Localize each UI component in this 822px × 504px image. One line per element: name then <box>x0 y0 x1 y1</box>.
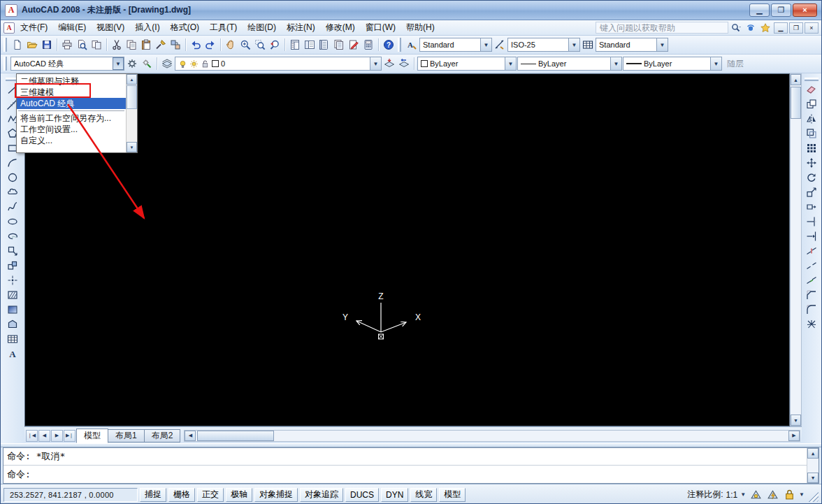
first-tab-icon[interactable]: ❘◀ <box>26 430 38 442</box>
revision-cloud-icon[interactable] <box>6 185 20 199</box>
vertical-scroll-track[interactable] <box>791 85 801 415</box>
table-style-manager-icon[interactable] <box>581 38 595 52</box>
save-icon[interactable] <box>40 38 54 52</box>
horizontal-scroll-track[interactable] <box>196 431 788 441</box>
toggle-otrack[interactable]: 对象追踪 <box>300 488 343 502</box>
maximize-button[interactable]: ❐ <box>771 3 791 17</box>
menu-window[interactable]: 窗口(W) <box>361 20 401 35</box>
erase-icon[interactable] <box>805 82 819 96</box>
toggle-grid[interactable]: 栅格 <box>168 488 195 502</box>
resize-grip[interactable] <box>809 492 819 502</box>
toggle-osnap[interactable]: 对象捕捉 <box>254 488 298 502</box>
communication-center-icon[interactable] <box>744 22 758 34</box>
trim-icon[interactable] <box>805 215 819 229</box>
dim-style-combo[interactable]: ISO-25 ▼ <box>507 38 580 52</box>
chamfer-icon[interactable] <box>805 288 819 302</box>
coordinates-display[interactable]: 253.2527, 841.2187 , 0.0000 <box>3 488 138 502</box>
vertical-scroll-thumb[interactable] <box>791 87 801 119</box>
properties-icon[interactable] <box>288 38 302 52</box>
menu-dimension[interactable]: 标注(N) <box>282 20 320 35</box>
mirror-icon[interactable] <box>805 112 819 126</box>
workspace-toolbar-grip[interactable] <box>3 57 7 71</box>
scroll-down-arrow[interactable]: ▼ <box>791 415 801 426</box>
toggle-polar[interactable]: 极轴 <box>226 488 252 502</box>
favorites-star-icon[interactable] <box>758 22 772 34</box>
dropdown-item-workspace-settings[interactable]: 工作空间设置... <box>17 124 126 135</box>
command-prompt-line[interactable]: 命令: <box>3 466 819 483</box>
minimize-button[interactable]: ▁ <box>749 3 770 17</box>
last-tab-icon[interactable]: ▶❘ <box>64 430 75 442</box>
join-icon[interactable] <box>805 273 819 287</box>
arc-icon[interactable] <box>6 156 20 170</box>
text-style-manager-icon[interactable]: A <box>405 38 419 52</box>
dropdown-scroll-thumb[interactable] <box>127 85 137 109</box>
color-combo[interactable]: ByLayer ▼ <box>417 57 517 71</box>
menu-tools[interactable]: 工具(T) <box>205 20 242 35</box>
dropdown-item-save-workspace-as[interactable]: 将当前工作空间另存为... <box>17 113 126 124</box>
prev-tab-icon[interactable]: ◀ <box>38 430 50 442</box>
next-tab-icon[interactable]: ▶ <box>51 430 63 442</box>
toolbar-grip[interactable] <box>3 38 7 52</box>
design-center-icon[interactable] <box>303 38 317 52</box>
table-icon[interactable] <box>6 332 20 346</box>
plot-preview-icon[interactable] <box>75 38 89 52</box>
plot-icon[interactable] <box>60 38 74 52</box>
copy-object-icon[interactable] <box>805 97 819 111</box>
modify-toolbar-grip[interactable] <box>805 78 819 81</box>
title-bar[interactable]: A AutoCAD 2008 - 未注册版 - [Drawing1.dwg] ▁… <box>1 1 821 20</box>
menu-edit[interactable]: 编辑(E) <box>53 20 91 35</box>
tab-layout2[interactable]: 布局2 <box>144 429 181 442</box>
make-block-icon[interactable] <box>6 259 20 273</box>
layer-freeze-sun-icon[interactable] <box>189 59 199 69</box>
menu-modify[interactable]: 修改(M) <box>321 20 360 35</box>
redo-icon[interactable] <box>203 38 217 52</box>
text-style-combo-arrow[interactable]: ▼ <box>480 38 491 51</box>
workspace-settings-icon[interactable] <box>125 57 139 71</box>
multiline-text-icon[interactable] <box>6 347 20 361</box>
vertical-scrollbar[interactable]: ▲ ▼ <box>790 73 802 426</box>
text-style-combo[interactable]: Standard ▼ <box>419 38 492 52</box>
block-editor-icon[interactable] <box>168 38 182 52</box>
linetype-combo[interactable]: ByLayer ▼ <box>517 57 622 71</box>
rotate-icon[interactable] <box>805 171 819 185</box>
my-workspace-icon[interactable] <box>140 57 154 71</box>
explode-icon[interactable] <box>805 317 819 331</box>
menu-help[interactable]: 帮助(H) <box>401 20 440 35</box>
zoom-realtime-icon[interactable] <box>238 38 252 52</box>
scale-icon[interactable] <box>805 185 819 199</box>
command-scrollbar[interactable]: ▲ ▼ <box>807 448 819 483</box>
horizontal-scrollbar[interactable]: ◀ ▶ <box>184 430 800 442</box>
menu-file[interactable]: 文件(F) <box>15 20 52 35</box>
spline-icon[interactable] <box>6 200 20 214</box>
scroll-up-arrow[interactable]: ▲ <box>791 74 801 85</box>
menu-format[interactable]: 格式(O) <box>166 20 204 35</box>
break-icon[interactable] <box>805 259 819 273</box>
toggle-ortho[interactable]: 正交 <box>197 488 224 502</box>
publish-icon[interactable] <box>89 38 103 52</box>
workspace-combo-arrow[interactable]: ▼ <box>113 57 124 70</box>
layer-combo-arrow[interactable]: ▼ <box>370 57 381 70</box>
layer-properties-manager-icon[interactable] <box>160 57 174 71</box>
toggle-model-paper[interactable]: 模型 <box>439 488 466 502</box>
toggle-lineweight[interactable]: 线宽 <box>410 488 437 502</box>
array-icon[interactable] <box>805 141 819 155</box>
menu-insert[interactable]: 插入(I) <box>130 20 164 35</box>
child-minimize-button[interactable]: ▁ <box>774 22 788 34</box>
make-object-layer-current-icon[interactable] <box>382 57 396 71</box>
match-properties-icon[interactable] <box>154 38 168 52</box>
stretch-icon[interactable] <box>805 200 819 214</box>
pan-icon[interactable] <box>224 38 238 52</box>
dropdown-item-autocad-classic[interactable]: AutoCAD 经典 <box>17 98 126 109</box>
dropdown-scroll-down-arrow[interactable]: ▼ <box>127 142 137 152</box>
break-at-point-icon[interactable] <box>805 244 819 258</box>
table-style-combo[interactable]: Standard ▼ <box>596 38 668 52</box>
dropdown-item-2d-annotation[interactable]: 二维草图与注释 <box>17 75 126 87</box>
menu-draw[interactable]: 绘图(D) <box>243 20 281 35</box>
close-button[interactable]: × <box>793 3 817 17</box>
copy-icon[interactable] <box>124 38 138 52</box>
hatch-icon[interactable] <box>6 288 20 302</box>
workspace-combo[interactable]: AutoCAD 经典 ▼ <box>10 57 124 71</box>
table-style-combo-arrow[interactable]: ▼ <box>656 38 668 51</box>
dropdown-scrollbar[interactable]: ▲ ▼ <box>126 74 137 152</box>
search-icon[interactable] <box>729 22 743 34</box>
